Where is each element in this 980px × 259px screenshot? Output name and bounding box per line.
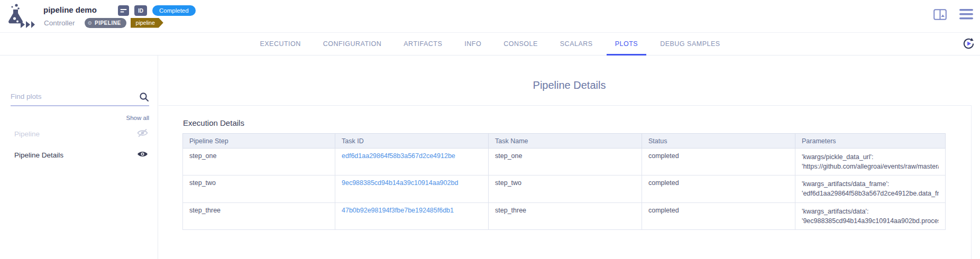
- col-header-parameters: Parameters: [795, 134, 946, 149]
- pipeline-step-cell: step_one: [183, 149, 335, 175]
- plot-list-item-pipeline[interactable]: Pipeline: [0, 123, 158, 144]
- eye-icon[interactable]: [137, 150, 148, 160]
- tab-plots[interactable]: PLOTS: [607, 33, 647, 56]
- task-name-cell: step_two: [489, 175, 642, 202]
- table-row: step_three 47b0b92e98194f3fbe7be192485f6…: [183, 202, 946, 229]
- task-name-cell: step_three: [489, 202, 642, 229]
- status-badge: Completed: [152, 5, 196, 16]
- top-header: pipeline demo Controller ⚙PIPELINE pipel…: [0, 0, 980, 33]
- pipeline-step-cell: step_three: [183, 202, 335, 229]
- hamburger-menu-icon[interactable]: [959, 8, 973, 22]
- task-id-link[interactable]: 47b0b92e98194f3fbe7be192485f6db1: [342, 207, 454, 214]
- header-badges: ID Completed: [118, 5, 196, 16]
- section-title: Execution Details: [183, 118, 244, 127]
- plot-list-item-pipeline-details[interactable]: Pipeline Details: [0, 144, 158, 165]
- task-id-link[interactable]: 9ec988385cd94b14a39c10914aa902bd: [342, 179, 458, 187]
- task-id-link[interactable]: edf6d1aa29864f58b3a567d2ce4912be: [342, 152, 455, 160]
- experiment-title: pipeline demo: [43, 5, 97, 14]
- status-cell: completed: [642, 149, 795, 175]
- status-cell: completed: [642, 202, 795, 229]
- eye-off-icon[interactable]: [137, 128, 148, 140]
- app-window: pipeline demo Controller ⚙PIPELINE pipel…: [0, 0, 980, 259]
- system-tag-pipeline: ⚙PIPELINE: [85, 18, 126, 28]
- plot-list: Pipeline Pipeline Details: [0, 123, 158, 165]
- plots-sidebar: Show all Pipeline Pipeline Details: [0, 56, 158, 259]
- experiment-subrow: Controller ⚙PIPELINE pipeline: [44, 17, 163, 28]
- status-cell: completed: [642, 175, 795, 202]
- param-value: '9ec988385cd94b14a39c10914aa902bd.proces…: [802, 216, 939, 226]
- controller-label: Controller: [44, 19, 75, 27]
- tab-debug-samples[interactable]: DEBUG SAMPLES: [652, 33, 728, 56]
- tab-console[interactable]: CONSOLE: [495, 33, 546, 56]
- task-name-cell: step_one: [489, 149, 642, 175]
- experiment-flask-icon: [4, 2, 35, 33]
- pipeline-step-cell: step_two: [183, 175, 335, 202]
- search-input[interactable]: [11, 88, 135, 104]
- plot-title: Pipeline Details: [159, 79, 980, 91]
- execution-details-table: Pipeline Step Task ID Task Name Status P…: [182, 133, 946, 230]
- col-header-pipeline-step: Pipeline Step: [183, 134, 335, 149]
- parameters-cell: 'kwargs_artifacts/data': '9ec988385cd94b…: [795, 202, 946, 229]
- tab-info[interactable]: INFO: [456, 33, 490, 56]
- param-value: 'https://github.com/allegroai/events/raw…: [802, 162, 939, 171]
- id-badge[interactable]: ID: [134, 5, 147, 16]
- tab-artifacts[interactable]: ARTIFACTS: [395, 33, 451, 56]
- param-key: 'kwargs_artifacts/data':: [802, 207, 939, 216]
- plot-item-label: Pipeline: [14, 130, 137, 138]
- param-key: 'kwargs_artifacts/data_frame':: [802, 179, 939, 189]
- parameters-cell: 'kwargs_artifacts/data_frame': 'edf6d1aa…: [795, 175, 946, 202]
- user-tag-pipeline: pipeline: [131, 18, 163, 28]
- header-actions: [933, 8, 973, 22]
- table-row: step_two 9ec988385cd94b14a39c10914aa902b…: [183, 175, 946, 202]
- tab-bar: EXECUTION CONFIGURATION ARTIFACTS INFO C…: [0, 33, 980, 56]
- tab-execution[interactable]: EXECUTION: [251, 33, 309, 56]
- split-view-icon[interactable]: [933, 9, 947, 22]
- plot-item-label: Pipeline Details: [14, 151, 137, 159]
- table-header-row: Pipeline Step Task ID Task Name Status P…: [183, 134, 946, 149]
- table-row: step_one edf6d1aa29864f58b3a567d2ce4912b…: [183, 149, 946, 175]
- tab-scalars[interactable]: SCALARS: [552, 33, 601, 56]
- col-header-task-name: Task Name: [489, 134, 642, 149]
- param-key: 'kwargs/pickle_data_url':: [802, 152, 939, 162]
- gear-icon: ⚙: [88, 20, 93, 26]
- plot-card: Execution Details Pipeline Step Task ID …: [159, 105, 972, 259]
- plot-search: [11, 88, 149, 106]
- parameters-cell: 'kwargs/pickle_data_url': 'https://githu…: [795, 149, 946, 175]
- col-header-status: Status: [642, 134, 795, 149]
- col-header-task-id: Task ID: [335, 134, 489, 149]
- search-icon[interactable]: [139, 92, 149, 104]
- tab-configuration[interactable]: CONFIGURATION: [315, 33, 390, 56]
- show-all-link[interactable]: Show all: [126, 115, 149, 121]
- param-value: 'edf6d1aa29864f58b3a567d2ce4912be.data_f…: [802, 189, 939, 198]
- description-notes-icon[interactable]: [118, 5, 129, 16]
- plot-main-area: Pipeline Details Execution Details Pipel…: [159, 56, 980, 259]
- auto-refresh-icon[interactable]: [963, 38, 975, 52]
